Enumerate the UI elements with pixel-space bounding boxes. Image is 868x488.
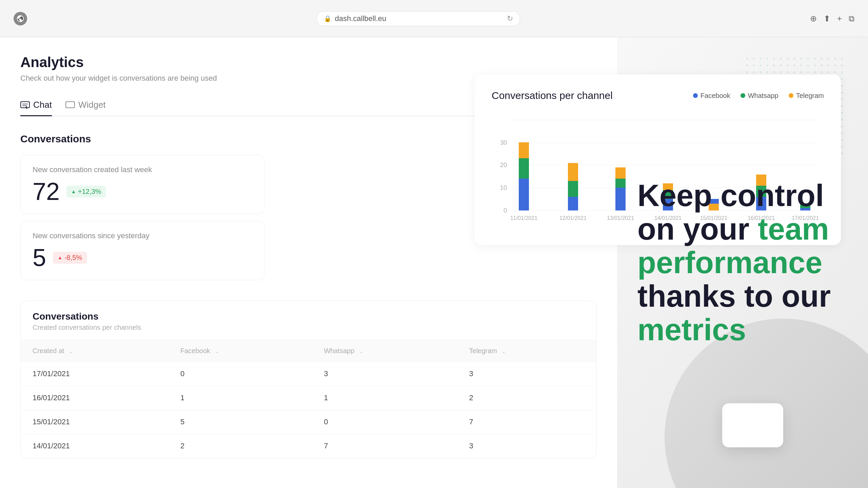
- hero-line4: thanks to our: [637, 279, 831, 313]
- sort-icon-whatsapp: ⌄: [359, 348, 363, 354]
- tab-widget-label: Widget: [78, 100, 106, 110]
- stat-number-weekly: 72: [33, 179, 60, 204]
- page-title: Analytics: [20, 54, 597, 70]
- col-header-telegram[interactable]: Telegram ⌄: [457, 340, 596, 362]
- svg-rect-4: [66, 102, 75, 108]
- svg-text:0: 0: [504, 207, 507, 214]
- cell-facebook-1: 1: [169, 386, 312, 410]
- conversations-table-section: Conversations Created conversations per …: [20, 301, 597, 458]
- col-header-whatsapp[interactable]: Whatsapp ⌄: [312, 340, 457, 362]
- hero-line2-accent: team: [758, 212, 829, 246]
- svg-text:20: 20: [500, 162, 507, 168]
- chart-legend: Facebook Whatsapp Telegram: [693, 92, 824, 100]
- legend-label-whatsapp: Whatsapp: [748, 92, 778, 100]
- tab-widget[interactable]: Widget: [65, 100, 106, 116]
- legend-facebook: Facebook: [693, 92, 730, 100]
- chart-title: Conversations per channel: [492, 90, 613, 101]
- stat-card-yesterday: New conversations since yesterday 5 ▲ -8…: [20, 221, 264, 280]
- col-header-whatsapp-label: Whatsapp: [324, 347, 354, 354]
- chat-bubble-decoration: [722, 403, 783, 447]
- legend-label-facebook: Facebook: [701, 92, 730, 100]
- cell-telegram-2: 7: [457, 410, 596, 434]
- cell-date-3: 14/01/2021: [21, 434, 169, 458]
- cell-whatsapp-2: 0: [312, 410, 457, 434]
- share-icon[interactable]: ⬆: [824, 14, 830, 23]
- col-header-telegram-label: Telegram: [469, 347, 497, 354]
- browser-actions: ⊕ ⬆ + ⧉: [810, 14, 854, 23]
- badge-text-weekly: +12,3%: [78, 188, 101, 196]
- bar-tg-0: [519, 142, 529, 158]
- legend-dot-telegram: [789, 93, 793, 98]
- data-table: Created at ⌄ Facebook ⌄ Whatsapp ⌄ Tel: [21, 340, 596, 458]
- col-header-created-at-label: Created at: [33, 347, 64, 354]
- sort-icon-created-at: ⌄: [69, 348, 73, 354]
- svg-text:30: 30: [500, 139, 507, 146]
- table-row: 17/01/2021 0 3 3: [21, 362, 596, 386]
- cell-facebook-0: 0: [169, 362, 312, 386]
- stat-card-weekly: New conversation created last week 72 ▲ …: [20, 155, 264, 214]
- cell-date-2: 15/01/2021: [21, 410, 169, 434]
- svg-text:12/01/2021: 12/01/2021: [559, 215, 587, 221]
- cell-telegram-3: 3: [457, 434, 596, 458]
- chat-icon: [20, 101, 30, 109]
- col-header-created-at[interactable]: Created at ⌄: [21, 340, 169, 362]
- browser-favicon: [14, 12, 27, 25]
- tab-chat-label: Chat: [33, 100, 52, 110]
- tabs-icon[interactable]: ⧉: [849, 14, 854, 23]
- stat-label-weekly: New conversation created last week: [33, 165, 252, 174]
- badge-text-yesterday: -8,5%: [64, 254, 82, 262]
- cell-date-1: 16/01/2021: [21, 386, 169, 410]
- cell-whatsapp-3: 7: [312, 434, 457, 458]
- table-title: Conversations: [33, 311, 585, 322]
- stat-number-yesterday: 5: [33, 245, 46, 270]
- stat-badge-weekly: ▲ +12,3%: [66, 186, 106, 198]
- cell-telegram-1: 2: [457, 386, 596, 410]
- svg-text:13/01/2021: 13/01/2021: [607, 215, 634, 221]
- sort-icon-facebook: ⌄: [215, 348, 219, 354]
- table-row: 16/01/2021 1 1 2: [21, 386, 596, 410]
- table-row: 14/01/2021 2 7 3: [21, 434, 596, 458]
- url-text: dash.callbell.eu: [335, 14, 386, 23]
- bar-fb-2: [615, 188, 626, 210]
- col-header-facebook[interactable]: Facebook ⌄: [169, 340, 312, 362]
- cell-whatsapp-1: 1: [312, 386, 457, 410]
- browser-chrome: 🔒 dash.callbell.eu ↻ ⊕ ⬆ + ⧉: [0, 0, 868, 37]
- bar-fb-0: [519, 179, 529, 210]
- reload-icon[interactable]: ↻: [507, 14, 513, 23]
- cell-facebook-2: 5: [169, 410, 312, 434]
- arrow-down-icon: ▲: [58, 255, 62, 260]
- table-header-row: Created at ⌄ Facebook ⌄ Whatsapp ⌄ Tel: [21, 340, 596, 362]
- widget-icon: [65, 101, 75, 109]
- stat-value-row-weekly: 72 ▲ +12,3%: [33, 179, 252, 204]
- cell-date-0: 17/01/2021: [21, 362, 169, 386]
- cell-facebook-3: 2: [169, 434, 312, 458]
- chart-header: Conversations per channel Facebook Whats…: [492, 90, 824, 101]
- table-subtitle: Created conversations per channels: [33, 324, 585, 331]
- hero-line1: Keep control: [637, 179, 824, 212]
- hero-line2: on your: [637, 212, 758, 246]
- svg-text:11/01/2021: 11/01/2021: [510, 215, 537, 221]
- stat-value-row-yesterday: 5 ▲ -8,5%: [33, 245, 252, 270]
- new-tab-icon[interactable]: +: [837, 14, 842, 23]
- table-row: 15/01/2021 5 0 7: [21, 410, 596, 434]
- legend-dot-whatsapp: [741, 93, 745, 98]
- tab-chat[interactable]: Chat: [20, 100, 52, 116]
- hero-line5-accent: metrics: [637, 313, 746, 347]
- cell-whatsapp-0: 3: [312, 362, 457, 386]
- col-header-facebook-label: Facebook: [180, 347, 210, 354]
- bar-tg-1: [568, 163, 578, 181]
- bar-wa-2: [615, 179, 626, 188]
- legend-telegram: Telegram: [789, 92, 824, 100]
- bookmark-icon[interactable]: ⊕: [810, 14, 817, 23]
- address-bar[interactable]: 🔒 dash.callbell.eu ↻: [317, 11, 520, 26]
- hero-text: Keep control on your team performance th…: [637, 179, 848, 347]
- bar-wa-1: [568, 181, 578, 197]
- lock-icon: 🔒: [324, 15, 331, 22]
- arrow-up-icon: ▲: [71, 189, 76, 194]
- legend-label-telegram: Telegram: [796, 92, 824, 100]
- hero-line3-accent: performance: [637, 246, 822, 280]
- legend-whatsapp: Whatsapp: [741, 92, 778, 100]
- bar-fb-1: [568, 197, 578, 210]
- sort-icon-telegram: ⌄: [501, 348, 506, 354]
- bar-wa-0: [519, 158, 529, 179]
